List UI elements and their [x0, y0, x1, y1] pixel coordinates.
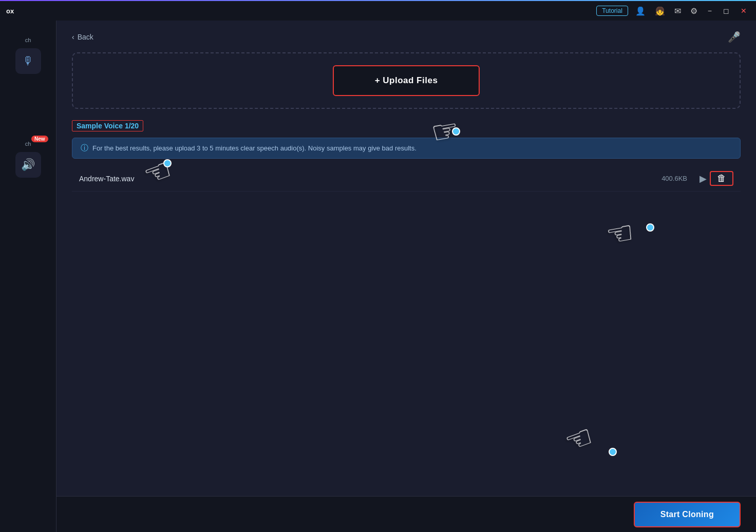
mail-icon[interactable]: ✉	[672, 5, 683, 17]
title-bar-left: ox	[6, 7, 14, 15]
sample-voice-label: Sample Voice 1/20	[72, 120, 143, 131]
delete-icon[interactable]: 🗑	[714, 172, 729, 184]
bottom-bar: Start Cloning	[56, 496, 756, 532]
sample-voice-section: Sample Voice 1/20 ⓘ For the best results…	[72, 120, 741, 192]
close-button[interactable]: ✕	[738, 6, 750, 16]
sidebar-item-0[interactable]: ch 🎙	[5, 31, 51, 78]
info-text: For the best results, please upload 3 to…	[92, 144, 417, 152]
maximize-button[interactable]: ◻	[720, 6, 732, 16]
title-bar-right: Tutorial 👤 👧 ✉ ⚙ − ◻ ✕	[596, 5, 750, 17]
back-label: Back	[78, 33, 93, 41]
tutorial-button[interactable]: Tutorial	[596, 6, 628, 16]
back-button[interactable]: ‹ Back	[72, 33, 93, 41]
back-chevron-icon: ‹	[72, 33, 74, 41]
play-button[interactable]: ▶	[696, 172, 710, 185]
app-title: ox	[6, 7, 14, 15]
start-cloning-button[interactable]: Start Cloning	[634, 502, 741, 527]
info-icon: ⓘ	[81, 143, 88, 153]
minimize-button[interactable]: −	[705, 6, 715, 16]
upload-area: + Upload Files	[72, 52, 741, 109]
microphone-icon[interactable]: 🎤	[728, 31, 741, 43]
sidebar-icon-0: 🎙	[15, 48, 41, 74]
title-bar: ox Tutorial 👤 👧 ✉ ⚙ − ◻ ✕	[0, 0, 756, 21]
file-list: Andrew-Tate.wav 400.6KB ▶ 🗑	[72, 166, 741, 192]
upload-files-button[interactable]: + Upload Files	[333, 65, 480, 96]
top-bar: ‹ Back 🎤	[72, 31, 741, 43]
new-badge: New	[31, 136, 48, 142]
main-content: ‹ Back 🎤 + Upload Files Sample Voice 1/2…	[56, 21, 756, 532]
sidebar-icon-1: 🔊	[15, 152, 41, 178]
sidebar-item-label-1: ch	[25, 141, 31, 147]
sidebar: ch 🎙 New ch 🔊	[0, 21, 56, 532]
delete-button-box[interactable]: 🗑	[710, 171, 733, 186]
info-bar: ⓘ For the best results, please upload 3 …	[72, 138, 741, 159]
file-name: Andrew-Tate.wav	[79, 175, 662, 183]
sidebar-item-label-0: ch	[25, 37, 31, 43]
table-row: Andrew-Tate.wav 400.6KB ▶ 🗑	[72, 166, 741, 192]
file-size: 400.6KB	[662, 175, 687, 182]
settings-icon[interactable]: ⚙	[688, 5, 700, 17]
user-icon[interactable]: 👤	[633, 5, 648, 17]
discord-icon[interactable]: 👧	[653, 5, 667, 17]
sidebar-item-1[interactable]: New ch 🔊	[5, 135, 51, 182]
